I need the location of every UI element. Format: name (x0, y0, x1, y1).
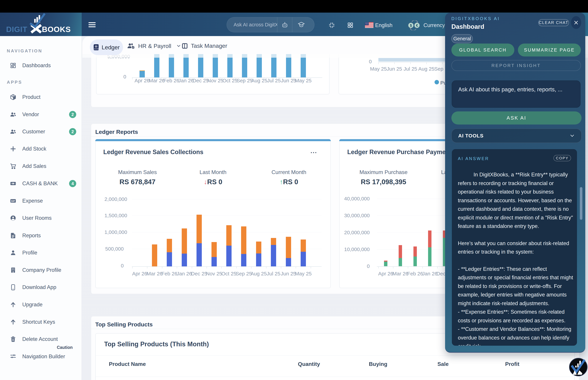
svg-text:€: € (416, 23, 418, 28)
svg-text:$: $ (410, 23, 412, 28)
svg-text:$: $ (11, 200, 13, 202)
svg-text:DIGIT: DIGIT (6, 25, 27, 34)
svg-text:BOOKS: BOOKS (42, 25, 71, 34)
